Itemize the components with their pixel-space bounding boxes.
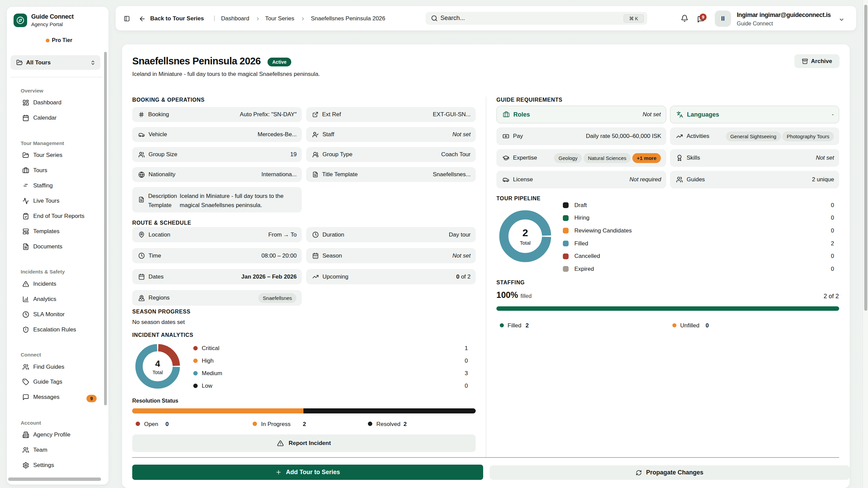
- svg-text:Total: Total: [153, 370, 163, 375]
- svg-text:2: 2: [522, 227, 528, 238]
- svg-text:Total: Total: [520, 240, 531, 246]
- svg-text:4: 4: [155, 359, 160, 369]
